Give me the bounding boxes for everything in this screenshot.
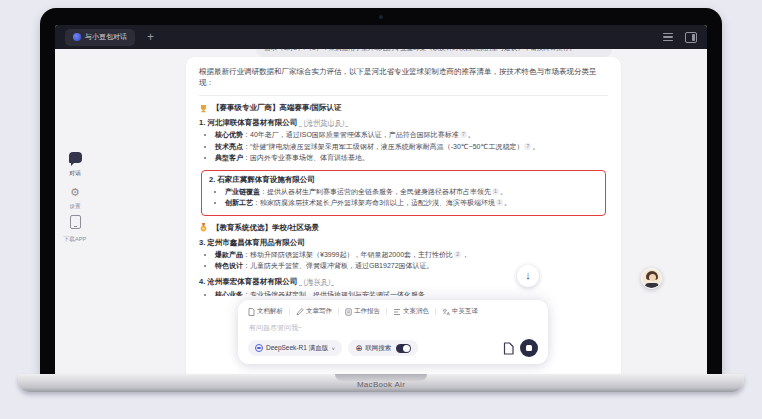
bullet: 产业链覆盖：提供从器材生产到赛事运营的全链条服务，全民健身路径器材市占率领先1。	[225, 187, 598, 198]
bullet: 爆款产品：移动升降防锈篮球架（¥3999起），年销量超2000套，主打性价比2，	[215, 250, 608, 261]
sidebar: 对话 ⚙ 设置 下载APP	[55, 49, 95, 374]
tab-title: 与小豆包对话	[85, 32, 127, 42]
bullet: 核心业务：专业场馆器材定制，提供场地规划与安装调试一体化服务	[215, 290, 608, 296]
bullet: 核心优势：40年老厂，通过ISO国际质量管理体系认证，产品符合国际比赛标准7。	[215, 130, 608, 141]
company-1-name: 1. 河北津联体育器材有限公司 （沧州盐山县）	[199, 118, 608, 128]
quick-action-doc-parse[interactable]: 文档解析	[248, 307, 283, 316]
citation-badge[interactable]: 7	[460, 131, 467, 138]
down-arrow-icon: ↓	[525, 269, 531, 281]
company-3-name: 3. 定州市鑫昌体育用品有限公司	[199, 238, 608, 248]
sidebar-toggle-icon[interactable]	[685, 32, 697, 43]
clipboard-icon	[345, 308, 352, 316]
section-heading-2: 【教育系统优选】学校/社区场景	[199, 223, 608, 233]
macbook-base: MacBook Air	[18, 374, 744, 392]
section-1-title: 【赛事级专业厂商】高端赛事/国际认证	[212, 103, 342, 113]
company-2-bullets: 产业链覆盖：提供从器材生产到赛事运营的全链条服务，全民健身路径器材市占率领先1。…	[209, 187, 598, 209]
lines-icon	[393, 308, 401, 316]
phone-icon	[70, 215, 81, 229]
quick-action-writing[interactable]: 文章写作	[296, 307, 332, 316]
quick-action-polish[interactable]: 文案润色	[393, 307, 429, 316]
titlebar: 与小豆包对话 +	[55, 25, 707, 49]
web-search-toggle-pill[interactable]: ⊕ 联网搜索	[348, 340, 418, 356]
company-4-bullets: 核心业务：专业场馆器材定制，提供场地规划与安装调试一体化服务	[199, 289, 608, 296]
bullet: 创新工艺：独家防腐涂层技术延长户外篮球架寿命3倍以上，适配沙漠、海滨等极端环境1…	[225, 198, 598, 209]
answer-intro: 根据最新行业调研数据和厂家综合实力评估，以下是河北省专业篮球架制造商的推荐清单，…	[199, 66, 608, 88]
sidebar-settings-label: 设置	[56, 202, 94, 211]
bullet: 特色设计：儿童防夹手篮筐、弹簧缓冲背板，通过GB19272国体认证。	[215, 261, 608, 272]
sidebar-item-download-app[interactable]: 下载APP	[55, 215, 95, 244]
pencil-icon	[296, 308, 304, 316]
quick-actions-bar: 文档解析 文章写作 工作报告 文案润色	[238, 300, 548, 316]
active-tab[interactable]: 与小豆包对话	[65, 29, 135, 46]
user-avatar[interactable]	[641, 268, 662, 289]
app-body: 对话 ⚙ 设置 下载APP 需求（1对2）/（3）：采购适用于室外场地的专业篮球…	[55, 49, 707, 374]
new-tab-button[interactable]: +	[147, 31, 154, 43]
globe-icon: ⊕	[355, 344, 362, 352]
stop-generating-button[interactable]	[520, 339, 538, 357]
chevron-down-icon: ∨	[331, 346, 335, 351]
company-4-location[interactable]: （海兴县）	[299, 278, 334, 286]
model-label: DeepSeek-R1 满血版	[266, 344, 328, 353]
medal-icon	[199, 223, 208, 232]
translate-icon	[442, 308, 450, 316]
screen-display: 与小豆包对话 + 对话 ⚙ 设置 下载APP	[55, 25, 707, 374]
sidebar-download-label: 下载APP	[56, 235, 94, 244]
scroll-to-bottom-button[interactable]: ↓	[517, 265, 539, 287]
highlight-red-box: 2. 石家庄冀辉体育设施有限公司 产业链覆盖：提供从器材生产到赛事运营的全链条服…	[201, 170, 606, 216]
web-search-label: 联网搜索	[365, 344, 391, 353]
attach-file-button[interactable]	[503, 342, 514, 355]
company-1-location[interactable]: （沧州盐山县）	[299, 119, 348, 127]
section-heading-1: 【赛事级专业厂商】高端赛事/国际认证	[199, 103, 608, 113]
company-4-name: 4. 沧州泰宏体育器材有限公司 （海兴县）	[199, 277, 608, 287]
document-icon	[248, 308, 255, 316]
composer-controls: DeepSeek-R1 满血版 ∨ ⊕ 联网搜索	[248, 339, 538, 357]
company-1-bullets: 核心优势：40年老厂，通过ISO国际质量管理体系认证，产品符合国际比赛标准7。 …	[199, 130, 608, 164]
model-selector[interactable]: DeepSeek-R1 满血版 ∨	[248, 340, 342, 356]
section-2-title: 【教育系统优选】学校/社区场景	[212, 223, 319, 233]
citation-badge[interactable]: 1	[496, 199, 503, 206]
bullet: 技术亮点：“舒健”牌电动液压篮球架采用军工级钢材，液压系统耐寒耐高温（-30℃~…	[215, 142, 608, 153]
quick-action-translate[interactable]: 中英互译	[442, 307, 478, 316]
company-2-name: 2. 石家庄冀辉体育设施有限公司	[209, 175, 598, 185]
company-3-bullets: 爆款产品：移动升降防锈篮球架（¥3999起），年销量超2000套，主打性价比2，…	[199, 250, 608, 272]
composer-input[interactable]: 有问题尽管问我~	[238, 316, 548, 333]
laptop-screen: 与小豆包对话 + 对话 ⚙ 设置 下载APP	[40, 8, 722, 374]
chat-bubble-icon	[69, 152, 82, 163]
composer-card: 文档解析 文章写作 工作报告 文案润色	[238, 300, 548, 364]
user-message-bubble: 需求（1对2）/（3）：采购适用于室外场地的专业篮球架（以及针对校园场景的型号建…	[256, 49, 612, 57]
file-icon	[503, 342, 514, 355]
sidebar-item-settings[interactable]: ⚙ 设置	[55, 182, 95, 211]
quick-action-report[interactable]: 工作报告	[345, 307, 380, 316]
citation-badge[interactable]: 1	[492, 188, 499, 195]
citation-badge[interactable]: 7	[524, 143, 531, 150]
deepseek-icon	[255, 344, 263, 352]
sidebar-item-chat[interactable]: 对话	[55, 149, 95, 178]
trophy-icon	[199, 104, 208, 113]
sidebar-chat-label: 对话	[56, 169, 94, 178]
gear-icon: ⚙	[70, 186, 80, 198]
citation-badge[interactable]: 2	[454, 251, 461, 258]
app-favicon-icon	[73, 33, 81, 41]
macbook-brand-label: MacBook Air	[18, 380, 744, 389]
user-message-text: 需求（1对2）/（3）：采购适用于室外场地的专业篮球架（以及针对校园场景的型号建…	[264, 49, 604, 53]
menu-icon[interactable]	[663, 33, 673, 41]
webcam-dot	[379, 15, 383, 19]
divider	[199, 95, 608, 96]
web-search-switch[interactable]	[396, 344, 411, 353]
bullet: 典型客户：国内外专业赛事场馆、体育训练基地。	[215, 153, 608, 164]
